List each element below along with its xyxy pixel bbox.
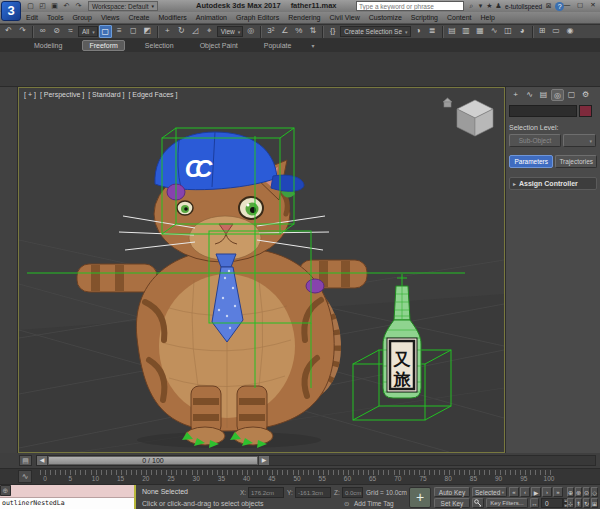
object-color-swatch[interactable] xyxy=(579,105,592,117)
curve-editor-icon[interactable]: ∿ xyxy=(488,25,501,38)
workspace-dropdown[interactable]: Workspace: Default ▾ xyxy=(88,1,158,11)
parameters-button[interactable]: Parameters xyxy=(509,155,553,168)
snaps-toggle-icon[interactable]: 3² xyxy=(264,25,277,38)
material-editor-icon[interactable]: ◕ xyxy=(516,25,529,38)
bind-to-space-warp-icon[interactable]: ≈ xyxy=(64,25,77,38)
window-crossing-icon[interactable]: ◩ xyxy=(141,25,154,38)
named-selection-sets-dropdown[interactable]: Create Selection Se▾ xyxy=(340,26,410,37)
maximize-viewport-icon[interactable]: ⊞ xyxy=(591,498,598,508)
go-to-end-button[interactable]: » xyxy=(553,487,563,497)
key-filters-button[interactable]: Key Filters... xyxy=(486,498,528,508)
select-and-place-icon[interactable]: ⌖ xyxy=(203,25,216,38)
isolate-selection-button[interactable]: + xyxy=(409,487,431,508)
ribbon-tab-freeform[interactable]: Freeform xyxy=(82,40,124,51)
next-frame-arrow[interactable]: ▶ xyxy=(259,456,269,465)
viewport-canvas[interactable]: CC xyxy=(19,88,504,452)
minimize-icon[interactable]: — xyxy=(562,1,572,9)
menu-tools[interactable]: Tools xyxy=(47,14,63,21)
new-scene-icon[interactable]: ▢ xyxy=(25,1,36,11)
redo-qat-icon[interactable]: ↷ xyxy=(73,1,84,11)
menu-graph-editors[interactable]: Graph Editors xyxy=(236,14,279,21)
select-and-link-icon[interactable]: ∞ xyxy=(36,25,49,38)
pan-icon[interactable]: ⊹ xyxy=(567,498,574,508)
next-frame-button[interactable]: › xyxy=(542,487,552,497)
undo-icon[interactable]: ↶ xyxy=(2,25,15,38)
current-frame-field[interactable]: 0 xyxy=(541,498,563,508)
listener-script-row[interactable]: outlinerNestedLa xyxy=(0,498,134,509)
time-slider-track[interactable]: ◀ 0 / 100 ▶ xyxy=(36,455,596,466)
open-file-icon[interactable]: ◰ xyxy=(37,1,48,11)
x-coordinate-field[interactable]: 176.2cm xyxy=(248,487,284,498)
previous-frame-arrow[interactable]: ◀ xyxy=(37,456,47,465)
walk-through-icon[interactable]: ↟ xyxy=(575,498,582,508)
toggle-ribbon-icon[interactable]: ▦ xyxy=(474,25,487,38)
display-tab[interactable]: ▢ xyxy=(565,89,578,101)
menu-views[interactable]: Views xyxy=(101,14,120,21)
zoom-all-icon[interactable]: ⊛ xyxy=(575,487,582,497)
motion-tab[interactable]: ◎ xyxy=(551,89,564,101)
percent-snap-toggle-icon[interactable]: % xyxy=(292,25,305,38)
viewport-menu-plus[interactable]: [ + ] xyxy=(24,91,36,98)
menu-rendering[interactable]: Rendering xyxy=(288,14,320,21)
search-go-icon[interactable]: ⌕ xyxy=(467,2,476,10)
menu-modifiers[interactable]: Modifiers xyxy=(158,14,186,21)
assign-controller-rollout[interactable]: ▸ Assign Controller xyxy=(509,177,597,190)
infocenter-search-input[interactable] xyxy=(356,1,464,11)
viewport-edged-faces-label[interactable]: [ Edged Faces ] xyxy=(128,91,177,98)
create-tab[interactable]: + xyxy=(509,89,522,101)
angle-snap-toggle-icon[interactable]: ∠ xyxy=(278,25,291,38)
trajectories-button[interactable]: Trajectories xyxy=(555,155,597,168)
field-of-view-icon[interactable]: ◇ xyxy=(591,487,598,497)
hierarchy-tab[interactable]: ▤ xyxy=(537,89,550,101)
viewport-shading-label[interactable]: [ Standard ] xyxy=(88,91,124,98)
select-by-name-icon[interactable]: ≡ xyxy=(113,25,126,38)
timeline-mini-button[interactable]: ▤ xyxy=(19,455,32,466)
menu-customize[interactable]: Customize xyxy=(369,14,402,21)
mirror-icon[interactable]: ◑ xyxy=(412,25,425,38)
time-slider-handle[interactable]: 0 / 100 xyxy=(48,456,258,465)
selection-set-dropdown[interactable]: Selected ▾ xyxy=(472,487,507,497)
z-coordinate-field[interactable]: 0.0cm xyxy=(342,487,363,498)
menu-create[interactable]: Create xyxy=(128,14,149,21)
maxscript-mini-listener[interactable]: outlinerNestedLa xyxy=(0,485,134,509)
menu-group[interactable]: Group xyxy=(72,14,91,21)
save-file-icon[interactable]: ▣ xyxy=(49,1,60,11)
ribbon-tab-populate[interactable]: Populate xyxy=(258,41,298,50)
rectangular-selection-region-icon[interactable]: ◻ xyxy=(127,25,140,38)
undo-qat-icon[interactable]: ↶ xyxy=(61,1,72,11)
render-production-icon[interactable]: ◉ xyxy=(564,25,577,38)
menu-scripting[interactable]: Scripting xyxy=(411,14,438,21)
menu-animation[interactable]: Animation xyxy=(196,14,227,21)
reference-coordinate-system-dropdown[interactable]: View▾ xyxy=(217,26,244,37)
sub-object-button[interactable]: Sub-Object xyxy=(509,134,561,147)
toggle-scene-explorer-icon[interactable]: ▤ xyxy=(446,25,459,38)
menu-content[interactable]: Content xyxy=(447,14,472,21)
rendered-frame-window-icon[interactable]: ▭ xyxy=(550,25,563,38)
set-keys-key-icon[interactable] xyxy=(472,498,484,508)
listener-macro-row[interactable] xyxy=(0,485,134,498)
selection-filter-dropdown[interactable]: All▾ xyxy=(78,26,98,37)
restore-icon[interactable]: ▢ xyxy=(575,1,585,9)
use-pivot-point-center-icon[interactable]: ◎ xyxy=(244,25,257,38)
set-key-button[interactable]: Set Key xyxy=(434,498,470,508)
zoom-extents-icon[interactable]: ⊙ xyxy=(583,487,590,497)
orbit-icon[interactable]: ↻ xyxy=(583,498,590,508)
menu-civil-view[interactable]: Civil View xyxy=(329,14,359,21)
select-and-rotate-icon[interactable]: ↻ xyxy=(175,25,188,38)
toggle-layer-explorer-icon[interactable]: ▥ xyxy=(460,25,473,38)
redo-icon[interactable]: ↷ xyxy=(16,25,29,38)
modify-tab[interactable]: ∿ xyxy=(523,89,536,101)
ribbon-tab-object-paint[interactable]: Object Paint xyxy=(194,41,244,50)
sign-in-name[interactable]: e-tutollspeed xyxy=(505,3,542,10)
zoom-icon[interactable]: ⊕ xyxy=(567,487,574,497)
absolute-offset-mode-toggle[interactable]: ⊕ xyxy=(0,485,11,496)
perspective-viewport[interactable]: [ + ] [ Perspective ] [ Standard ] [ Edg… xyxy=(18,87,505,453)
sign-in-user-icon[interactable]: ♟ xyxy=(494,2,503,10)
key-mode-toggle[interactable]: ↔ xyxy=(530,498,539,508)
track-bar[interactable]: ∿ 05101520253035404550556065707580859095… xyxy=(0,468,600,484)
ribbon-tab-modeling[interactable]: Modeling xyxy=(28,41,68,50)
sub-object-level-dropdown[interactable]: ▾ xyxy=(563,134,596,147)
select-object-icon[interactable]: ▢ xyxy=(99,25,112,38)
search-options-icon[interactable]: ▾ xyxy=(476,2,485,10)
menu-edit[interactable]: Edit xyxy=(26,14,38,21)
